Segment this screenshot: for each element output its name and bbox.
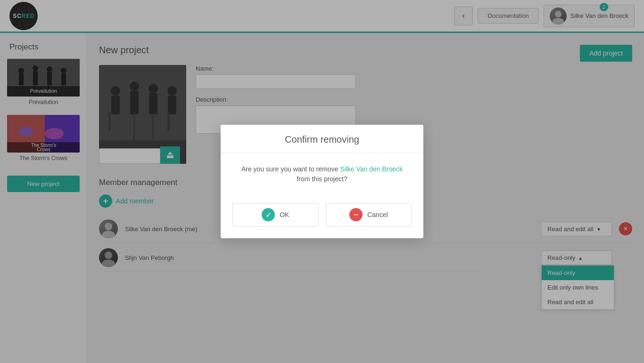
confirm-modal: Confirm removing Are you sure you want t… bbox=[221, 125, 423, 238]
modal-body: Are you sure you want to remove Silke Va… bbox=[221, 153, 423, 196]
main-content: New project Add project bbox=[87, 33, 644, 363]
modal-user-link[interactable]: Silke Van den Broeck bbox=[340, 165, 403, 173]
modal-title: Confirm removing bbox=[232, 134, 412, 145]
modal-footer: ✓ OK − Cancel bbox=[221, 196, 423, 238]
ok-check-icon: ✓ bbox=[262, 208, 275, 221]
modal-ok-button[interactable]: ✓ OK bbox=[232, 203, 319, 226]
modal-overlay: Confirm removing Are you sure you want t… bbox=[87, 33, 644, 363]
modal-body-text1: Are you sure you want to remove bbox=[241, 165, 340, 173]
modal-body-text2: from this project? bbox=[297, 175, 347, 183]
cancel-minus-icon: − bbox=[349, 208, 363, 221]
modal-ok-label: OK bbox=[280, 211, 289, 218]
modal-header: Confirm removing bbox=[221, 125, 423, 153]
layout: Projects bbox=[0, 33, 644, 363]
modal-cancel-label: Cancel bbox=[367, 211, 388, 218]
modal-cancel-button[interactable]: − Cancel bbox=[326, 203, 412, 226]
